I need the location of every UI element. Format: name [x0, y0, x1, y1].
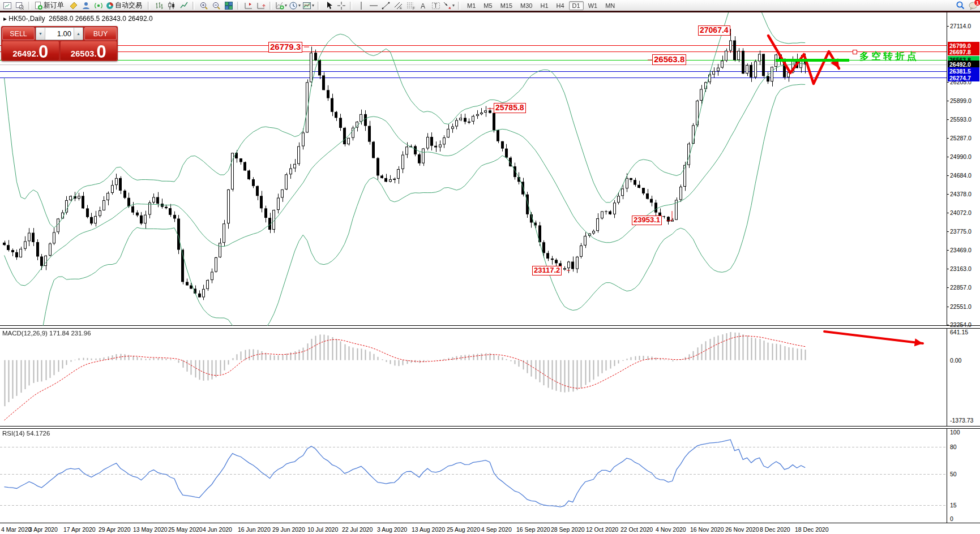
line-chart-view-button[interactable] — [178, 1, 189, 10]
periods-button[interactable]: ▾ — [289, 1, 301, 10]
macd-axis-label: 641.15 — [950, 329, 968, 335]
price-tick-mark — [947, 157, 949, 157]
notifications-button[interactable]: 1 — [968, 1, 978, 10]
horizontal-line-tool[interactable] — [368, 1, 379, 10]
macd-axis-label: -1373.73 — [950, 417, 973, 424]
text-label-tool[interactable]: T — [430, 1, 441, 10]
price-axis-border — [947, 329, 947, 426]
new-order-label: 新订单 — [43, 1, 66, 10]
new-order-button[interactable]: 新订单 — [34, 1, 66, 10]
date-tick: 12 Oct 2020 — [586, 526, 618, 533]
main-toolbar: 新订单 自动交易 ▾ ▾ ▾ E F A T ▾ — [0, 0, 980, 11]
vertical-line-tool[interactable] — [356, 1, 366, 10]
fibonacci-tool[interactable]: F — [405, 1, 416, 10]
timeframe-d1[interactable]: D1 — [569, 1, 584, 10]
tile-windows-button[interactable] — [223, 1, 234, 10]
price-tick: 22857.0 — [950, 284, 972, 291]
auto-scroll-icon — [256, 1, 266, 10]
svg-text:A: A — [421, 2, 425, 10]
zoom-in-button[interactable] — [198, 1, 209, 10]
buy-price-display[interactable]: 26503.0 — [61, 41, 117, 60]
price-tick: 24990.0 — [950, 153, 972, 160]
timeframe-m1[interactable]: M1 — [464, 1, 479, 10]
text-icon: A — [420, 1, 427, 10]
date-tick: 29 Apr 2020 — [99, 526, 131, 533]
turning-point-label[interactable]: 多空转折点 — [859, 50, 919, 63]
date-tick: 4 Mar 2020 — [1, 526, 31, 533]
price-tick: 24378.0 — [950, 191, 972, 197]
volume-increase-button[interactable]: ▲ — [74, 28, 83, 40]
templates-button[interactable]: ▾ — [302, 1, 314, 10]
date-tick: 26 Nov 2020 — [725, 526, 759, 533]
timeframe-h4[interactable]: H4 — [553, 1, 568, 10]
chevron-down-icon: ▾ — [312, 3, 314, 8]
arrows-tool[interactable]: ▾ — [443, 1, 455, 10]
price-tick-mark — [947, 194, 949, 195]
price-tick-mark — [947, 250, 949, 251]
bar-chart-view-button[interactable] — [153, 1, 164, 10]
macd-canvas[interactable] — [0, 329, 947, 426]
turning-point-level-bar[interactable] — [776, 59, 849, 62]
date-axis[interactable]: 4 Mar 20203 Apr 202017 Apr 202029 Apr 20… — [0, 524, 980, 534]
arrows-icon — [443, 1, 452, 10]
date-tick: 29 Jun 2020 — [272, 526, 305, 533]
price-axis-border — [947, 12, 947, 325]
fibonacci-icon: F — [406, 1, 416, 10]
timeframe-m15[interactable]: M15 — [497, 1, 516, 10]
text-tool[interactable]: A — [418, 1, 429, 10]
cursor-tool-button[interactable] — [323, 1, 334, 10]
chart-profiles-button[interactable] — [14, 1, 25, 10]
new-chart-button[interactable] — [2, 1, 12, 10]
chart-window-icon — [3, 1, 12, 10]
timeframe-mn[interactable]: MN — [602, 1, 618, 10]
zoom-out-button[interactable] — [211, 1, 221, 10]
rsi-axis-label: 80 — [950, 443, 957, 450]
timeframe-m5[interactable]: M5 — [480, 1, 495, 10]
toolbar-separator — [237, 2, 239, 10]
price-tick-mark — [947, 325, 949, 325]
price-callout-label[interactable]: 23117.2 — [532, 266, 562, 275]
price-callout-label[interactable]: 26563.8 — [652, 54, 686, 65]
signals-button[interactable] — [93, 1, 104, 10]
horizontal-line-icon — [369, 1, 378, 10]
crosshair-tool-button[interactable] — [336, 1, 346, 10]
navigator-button[interactable] — [80, 1, 91, 10]
volume-input[interactable] — [45, 28, 74, 40]
indicators-button[interactable]: ▾ — [275, 1, 287, 10]
price-callout-label[interactable]: 27067.4 — [698, 25, 730, 36]
rsi-canvas[interactable] — [0, 429, 947, 523]
chart-shift-button[interactable] — [243, 1, 254, 10]
toolbar-separator — [458, 2, 460, 10]
auto-scroll-button[interactable] — [255, 1, 266, 10]
candlestick-view-button[interactable] — [166, 1, 177, 10]
svg-text:T: T — [434, 3, 437, 9]
indicators-icon — [275, 1, 284, 10]
search-button[interactable] — [955, 1, 966, 10]
price-tick-mark — [947, 175, 949, 176]
timeframe-h1[interactable]: H1 — [537, 1, 551, 10]
date-tick: 22 Jul 2020 — [342, 526, 373, 533]
price-callout-label[interactable]: 25785.8 — [494, 103, 526, 113]
timeframe-m30[interactable]: M30 — [517, 1, 536, 10]
timeframe-w1[interactable]: W1 — [585, 1, 601, 10]
autotrade-button[interactable]: 自动交易 — [105, 1, 144, 10]
history-center-button[interactable] — [68, 1, 79, 10]
volume-decrease-button[interactable]: ▼ — [36, 28, 45, 40]
price-callout-label[interactable]: 23953.1 — [632, 216, 662, 225]
trendline-tool[interactable] — [380, 1, 391, 10]
buy-button[interactable]: BUY — [84, 27, 117, 40]
toolbar-separator — [192, 2, 195, 10]
toolbar-separator — [28, 2, 31, 10]
price-callout-label[interactable]: 26779.3 — [268, 42, 302, 53]
equidistant-channel-tool[interactable]: E — [393, 1, 404, 10]
price-tick-mark — [947, 307, 949, 307]
date-tick: 17 Apr 2020 — [63, 526, 96, 533]
price-tick: 25593.0 — [950, 116, 972, 123]
sell-price-display[interactable]: 26492.0 — [2, 41, 59, 60]
line-chart-icon — [179, 1, 189, 10]
new-order-icon — [34, 1, 43, 10]
hline-anchor-handle[interactable] — [853, 50, 857, 54]
ohlc-values: 26588.0 26665.5 26343.0 26492.0 — [49, 15, 153, 23]
sell-button[interactable]: SELL — [2, 27, 35, 40]
search-icon — [956, 1, 965, 10]
